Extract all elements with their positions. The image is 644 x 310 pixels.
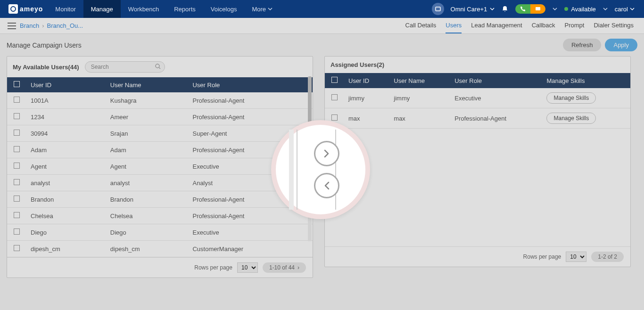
row-checkbox[interactable]	[14, 130, 20, 136]
row-checkbox[interactable]	[14, 212, 20, 218]
nav-workbench[interactable]: Workbench	[121, 0, 167, 18]
available-users-title: My Available Users(44)	[13, 64, 79, 71]
table-row[interactable]: BrandonBrandonProfessional-Agent	[7, 191, 313, 208]
chat-pill[interactable]	[530, 4, 545, 14]
move-right-button[interactable]	[314, 141, 339, 166]
row-checkbox[interactable]	[14, 245, 20, 251]
cell-user-id: dipesh_cm	[26, 241, 106, 257]
apply-button[interactable]: Apply	[605, 39, 637, 51]
table-row[interactable]: DiegoDiegoExecutive	[7, 224, 313, 241]
row-checkbox[interactable]	[14, 146, 20, 152]
chevron-left-icon	[322, 181, 331, 190]
table-row[interactable]: jimmyjimmyExecutiveManage Skills	[325, 88, 630, 108]
window-icon[interactable]	[432, 3, 444, 15]
table-row[interactable]: AgentAgentExecutive	[7, 158, 313, 175]
table-row[interactable]: 1001AKushagraProfessional-Agent	[7, 92, 313, 109]
cell-user-id: jimmy	[344, 88, 389, 108]
nav-reports[interactable]: Reports	[166, 0, 203, 18]
table-row[interactable]: maxmaxProfessional-AgentManage Skills	[325, 108, 630, 129]
row-checkbox[interactable]	[331, 94, 338, 100]
hamburger-icon[interactable]	[4, 23, 20, 29]
cell-user-id: analyst	[26, 175, 106, 191]
cell-user-name: max	[389, 108, 450, 129]
svg-rect-0	[436, 7, 440, 11]
cell-user-id: max	[344, 108, 389, 129]
breadcrumb-branch-ou[interactable]: Branch_Ou...	[47, 22, 83, 29]
cell-user-id: Adam	[26, 142, 106, 158]
refresh-button[interactable]: Refresh	[563, 39, 602, 51]
tab-prompt[interactable]: Prompt	[565, 18, 585, 33]
rows-per-page-select[interactable]: 10	[237, 262, 258, 273]
nav-more-label: More	[252, 6, 266, 13]
cell-user-id: Brandon	[26, 191, 106, 208]
tab-lead-management[interactable]: Lead Management	[471, 18, 522, 33]
tab-users[interactable]: Users	[446, 18, 462, 33]
table-row[interactable]: ChelseaChelseaProfessional-Agent	[7, 208, 313, 224]
nav-items: Monitor Manage Workbench Reports Voicelo…	[48, 0, 280, 18]
cell-user-name: analyst	[106, 175, 188, 191]
cell-user-role: Professional-Agent	[188, 92, 313, 109]
nav-manage[interactable]: Manage	[83, 0, 121, 18]
phone-pill[interactable]	[515, 4, 530, 14]
select-all-checkbox[interactable]	[14, 81, 20, 87]
table-row[interactable]: 1234AmeerProfessional-Agent	[7, 109, 313, 125]
cell-user-name: Chelsea	[106, 208, 188, 224]
status-dot-icon	[564, 7, 568, 11]
cell-user-role: CustomerManager	[188, 241, 313, 257]
table-row[interactable]: 30994SrajanSuper-Agent	[7, 125, 313, 142]
breadcrumb: Branch › Branch_Ou...	[20, 22, 83, 29]
transfer-buttons-magnified	[271, 120, 370, 219]
cell-user-id: 30994	[26, 125, 106, 142]
select-all-checkbox[interactable]	[331, 77, 338, 83]
search-icon	[155, 63, 161, 70]
chevron-down-icon	[268, 7, 272, 11]
call-pills	[515, 4, 545, 14]
topbar-right: Omni Care+1 Available carol	[432, 3, 640, 15]
svg-rect-1	[536, 7, 540, 10]
nav-more[interactable]: More	[244, 0, 280, 18]
row-checkbox[interactable]	[14, 228, 20, 235]
pager-info: 1-10 of 44 ›	[263, 262, 306, 273]
row-checkbox[interactable]	[331, 114, 338, 121]
cell-user-role: Executive	[450, 88, 542, 108]
status-available[interactable]: Available	[564, 6, 596, 13]
logo-text: ameyo	[20, 5, 43, 13]
chevron-down-icon[interactable]	[603, 6, 608, 12]
row-checkbox[interactable]	[14, 163, 20, 169]
page-actions: Refresh Apply	[563, 39, 637, 51]
cell-user-name: Diego	[106, 224, 188, 241]
nav-voicelogs[interactable]: Voicelogs	[203, 0, 245, 18]
pager-left: Rows per page 10 1-10 of 44 ›	[7, 257, 313, 277]
table-row[interactable]: analystanalystAnalyst	[7, 175, 313, 191]
cell-user-id: Chelsea	[26, 208, 106, 224]
available-users-panel: My Available Users(44) User ID User Name…	[7, 56, 313, 278]
nav-monitor[interactable]: Monitor	[48, 0, 83, 18]
tab-dialer-settings[interactable]: Dialer Settings	[594, 18, 634, 33]
logo-icon	[8, 4, 18, 14]
notification-bell-icon[interactable]	[501, 5, 509, 13]
tab-call-details[interactable]: Call Details	[405, 18, 437, 33]
row-checkbox[interactable]	[14, 113, 20, 119]
manage-skills-button[interactable]: Manage Skills	[546, 113, 596, 124]
table-row[interactable]: AdamAdamProfessional-Agent	[7, 142, 313, 158]
breadcrumb-branch[interactable]: Branch	[20, 22, 39, 29]
rows-per-page-select[interactable]: 10	[566, 252, 586, 262]
omni-dropdown[interactable]: Omni Care+1	[451, 6, 495, 13]
table-row[interactable]: dipesh_cmdipesh_cmCustomerManager	[7, 241, 313, 257]
svg-point-2	[156, 64, 159, 68]
row-checkbox[interactable]	[14, 179, 20, 185]
cell-user-role: Executive	[188, 224, 313, 241]
search-input[interactable]	[85, 61, 165, 73]
chevron-down-icon[interactable]	[552, 6, 558, 12]
col-user-name: User Name	[106, 77, 188, 92]
cell-user-id: 1234	[26, 109, 106, 125]
row-checkbox[interactable]	[14, 196, 20, 202]
user-menu[interactable]: carol	[615, 6, 635, 13]
cell-user-name: Brandon	[106, 191, 188, 208]
chevron-right-icon[interactable]: ›	[297, 264, 299, 271]
move-left-button[interactable]	[314, 173, 339, 198]
manage-skills-button[interactable]: Manage Skills	[546, 92, 596, 104]
row-checkbox[interactable]	[14, 97, 20, 103]
tab-callback[interactable]: Callback	[532, 18, 555, 33]
cell-user-name: jimmy	[389, 88, 450, 108]
